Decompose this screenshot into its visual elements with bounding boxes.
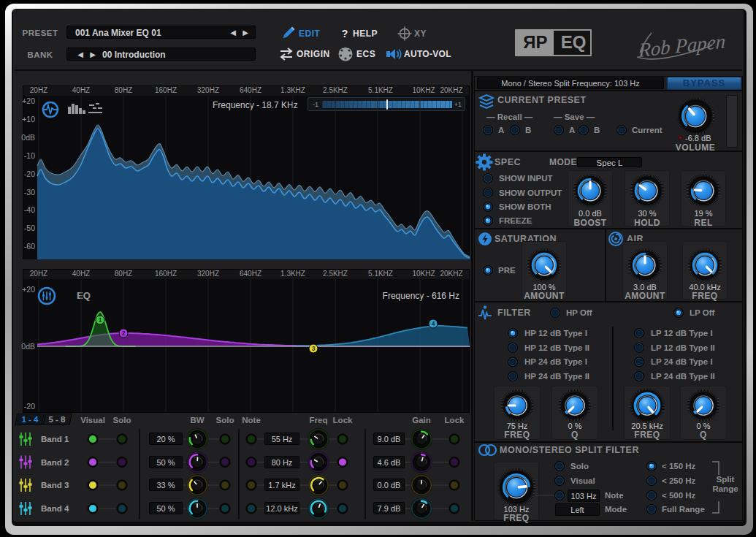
svg-text:2: 2 bbox=[122, 330, 126, 337]
svg-text:4: 4 bbox=[432, 320, 435, 327]
svg-text:3: 3 bbox=[312, 345, 316, 352]
svg-text:1: 1 bbox=[99, 316, 102, 324]
